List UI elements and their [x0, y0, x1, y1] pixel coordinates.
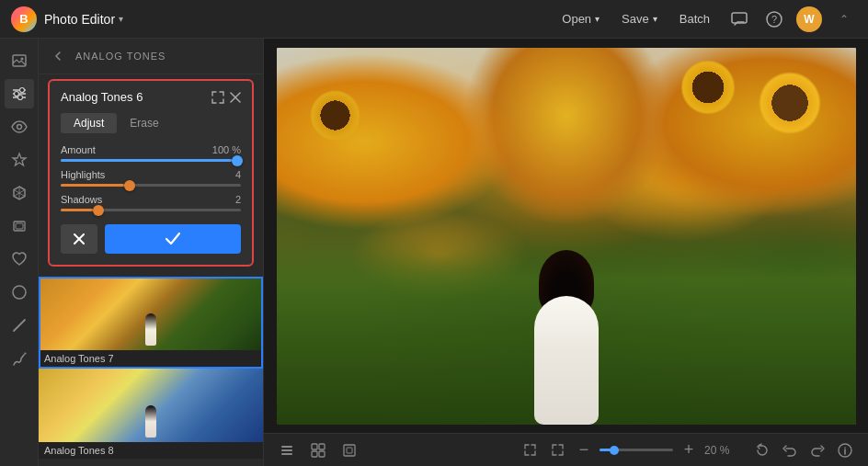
popup-expand-button[interactable]: [211, 91, 224, 104]
save-button[interactable]: Save ▾: [612, 8, 667, 29]
sidebar-item-favorites[interactable]: [5, 145, 34, 175]
bottom-nav-icons: [750, 438, 857, 462]
sunflower-tr: [753, 66, 827, 140]
svg-point-14: [13, 286, 26, 299]
highlights-label: Highlights: [61, 169, 105, 180]
sidebar-item-circle[interactable]: [5, 278, 34, 307]
svg-point-11: [17, 125, 21, 130]
bottombar: − + 20 %: [264, 433, 868, 466]
svg-point-8: [19, 88, 24, 93]
amount-slider-row: Amount 100 %: [61, 144, 241, 162]
amount-slider-fill: [61, 159, 232, 162]
shadows-slider-track[interactable]: [61, 209, 241, 211]
zoom-slider-thumb[interactable]: [610, 446, 619, 455]
shadows-slider-thumb[interactable]: [93, 205, 104, 216]
app-logo[interactable]: B: [11, 6, 37, 32]
svg-rect-21: [281, 449, 292, 451]
highlights-slider-track[interactable]: [61, 184, 241, 187]
info-button[interactable]: [833, 438, 857, 462]
zoom-out-button[interactable]: −: [574, 440, 594, 460]
svg-point-10: [17, 96, 22, 100]
thumb-label-7: Analog Tones 7: [39, 350, 263, 367]
figure-body: [534, 296, 599, 425]
canvas-content: [264, 39, 868, 433]
main-area: Analog Tones Analog Tones 6: [0, 39, 868, 466]
window-controls[interactable]: ⌃: [831, 6, 857, 32]
rotate-button[interactable]: [750, 438, 774, 462]
sidebar-item-image[interactable]: [5, 46, 34, 75]
svg-point-9: [14, 92, 18, 97]
shadows-slider-row: Shadows 2: [61, 194, 241, 211]
sidebar-item-adjust[interactable]: [5, 79, 34, 108]
svg-rect-25: [312, 451, 317, 457]
sidebar-item-layers[interactable]: [5, 211, 34, 241]
zoom-value: 20 %: [704, 444, 734, 457]
shadows-value: 2: [235, 194, 241, 205]
popup-title: Analog Tones 6: [61, 90, 143, 104]
app-title-group: Photo Editor ▾: [44, 12, 123, 27]
highlights-slider-thumb[interactable]: [124, 180, 135, 191]
help-button[interactable]: ?: [761, 6, 787, 32]
amount-slider-track[interactable]: [61, 159, 241, 162]
popup-tabs: Adjust Erase: [61, 113, 241, 133]
sunflower-tl: [305, 85, 365, 145]
filter-popup: Analog Tones 6: [48, 79, 254, 267]
sidebar-item-view[interactable]: [5, 112, 34, 142]
zoom-slider-track[interactable]: [600, 449, 673, 451]
shadows-label: Shadows: [61, 194, 102, 205]
svg-rect-23: [312, 444, 317, 449]
sidebar-item-effects[interactable]: [5, 178, 34, 208]
filter-thumb-7[interactable]: Analog Tones 7: [39, 277, 263, 369]
amount-slider-thumb[interactable]: [232, 155, 243, 166]
canvas-area: − + 20 %: [264, 39, 868, 466]
panel-back-button[interactable]: [48, 46, 68, 66]
figure-layer: [534, 250, 599, 425]
sidebar-item-brush[interactable]: [5, 344, 34, 373]
popup-header: Analog Tones 6: [61, 90, 241, 104]
panel-area: Analog Tones Analog Tones 6: [39, 39, 264, 466]
highlights-slider-row: Highlights 4: [61, 169, 241, 187]
svg-rect-3: [13, 55, 26, 66]
fit-button[interactable]: [519, 438, 541, 462]
batch-button[interactable]: Batch: [670, 8, 719, 29]
expand-button[interactable]: [546, 438, 568, 462]
cancel-button[interactable]: [61, 224, 97, 254]
filter-thumb-8[interactable]: Analog Tones 8: [39, 369, 263, 460]
zoom-controls: − + 20 %: [519, 438, 734, 462]
layers-button[interactable]: [275, 438, 299, 462]
shadows-slider-fill: [61, 209, 93, 211]
svg-line-15: [14, 320, 25, 331]
redo-button[interactable]: [805, 438, 829, 462]
app-title: Photo Editor: [44, 12, 115, 27]
zoom-in-button[interactable]: +: [679, 440, 699, 460]
sidebar-item-liked[interactable]: [5, 244, 34, 274]
amount-value: 100 %: [212, 144, 241, 155]
frame-button[interactable]: [337, 438, 361, 462]
popup-actions: [61, 224, 241, 254]
svg-rect-27: [344, 445, 355, 456]
comment-button[interactable]: [726, 6, 752, 32]
svg-rect-26: [319, 451, 325, 457]
grid-button[interactable]: [306, 438, 330, 462]
main-canvas[interactable]: [277, 48, 856, 425]
thumb-label-8: Analog Tones 8: [39, 442, 263, 459]
tab-adjust[interactable]: Adjust: [61, 113, 117, 133]
popup-close-button[interactable]: [230, 92, 241, 103]
user-avatar[interactable]: W: [796, 6, 822, 32]
topbar-actions: Open ▾ Save ▾ Batch: [553, 8, 719, 29]
svg-rect-20: [281, 446, 292, 448]
confirm-button[interactable]: [105, 224, 241, 254]
highlights-slider-fill: [61, 184, 124, 187]
left-sidebar: [0, 39, 39, 466]
title-chevron[interactable]: ▾: [119, 14, 123, 24]
svg-point-4: [20, 58, 23, 61]
highlights-value: 4: [235, 169, 241, 180]
amount-label: Amount: [61, 144, 96, 155]
undo-button[interactable]: [778, 438, 802, 462]
tab-erase[interactable]: Erase: [117, 113, 171, 133]
svg-rect-24: [319, 444, 325, 449]
svg-point-31: [844, 447, 846, 449]
sidebar-item-line[interactable]: [5, 311, 34, 340]
svg-rect-28: [347, 448, 352, 453]
open-button[interactable]: Open ▾: [553, 8, 609, 29]
